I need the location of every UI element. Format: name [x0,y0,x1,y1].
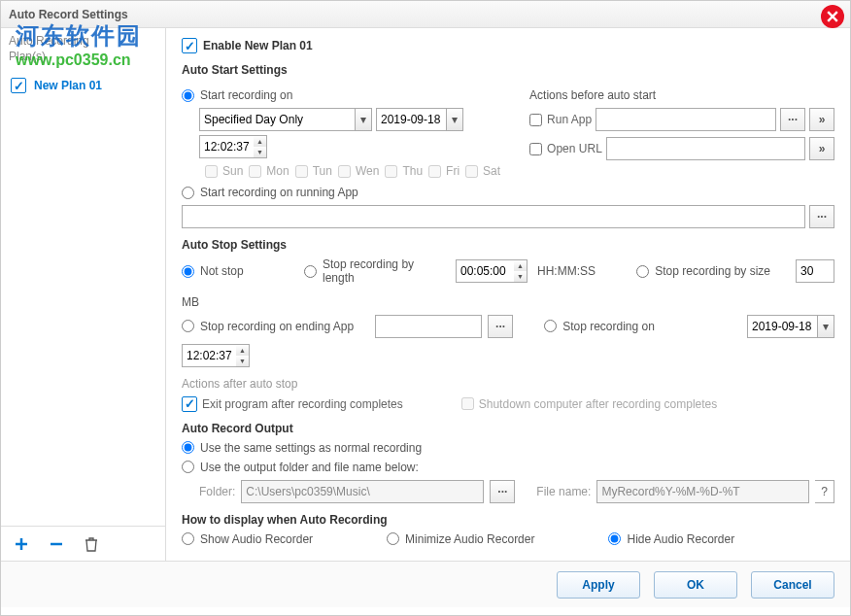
browse-ending-app-button[interactable]: ··· [488,315,513,338]
hide-recorder-radio[interactable]: Hide Audio Recorder [608,532,734,546]
sidebar: Auto Recording Plan(s) New Plan 01 [1,28,166,561]
add-plan-button[interactable] [13,535,30,553]
chevron-down-icon[interactable]: ▾ [355,108,372,131]
folder-input[interactable] [241,480,484,503]
window-title: Auto Record Settings [9,8,128,21]
chevron-down-icon[interactable]: ▾ [817,315,834,338]
titlebar: Auto Record Settings [1,1,850,28]
file-label: File name: [536,485,591,498]
actions-before-title: Actions before auto start [529,88,656,102]
day-wen[interactable]: Wen [338,164,379,178]
browse-running-app-button[interactable]: ··· [809,205,834,228]
show-recorder-radio[interactable]: Show Audio Recorder [182,532,313,546]
display-title: How to display when Auto Recording [182,513,834,527]
content-panel: Enable New Plan 01 Auto Start Settings S… [166,28,850,561]
actions-after-title: Actions after auto stop [182,377,297,391]
start-on-app-radio[interactable]: Start recording on running App [182,186,358,199]
stop-by-size-radio[interactable]: Stop recording by size [636,264,770,278]
shutdown-checkbox[interactable]: Shutdown computer after recording comple… [461,397,717,411]
footer: Apply OK Cancel [1,561,850,607]
sidebar-tools [1,526,165,561]
output-title: Auto Record Output [182,422,834,435]
day-thu[interactable]: Thu [385,164,423,178]
day-tun[interactable]: Tun [295,164,332,178]
stop-time-input[interactable]: ▲▼ [182,344,250,367]
minimize-recorder-radio[interactable]: Minimize Audio Recorder [387,532,534,546]
time-spinner[interactable]: ▲▼ [254,135,267,158]
chevron-down-icon[interactable]: ▾ [446,108,463,131]
exit-after-checkbox[interactable]: Exit program after recording completes [182,396,403,412]
delete-plan-button[interactable] [83,535,100,553]
size-unit: MB [182,295,199,309]
plan-name: New Plan 01 [34,79,102,92]
days-row: Sun Mon Tun Wen Thu Fri Sat [205,164,500,178]
length-spinner[interactable]: ▲▼ [514,259,528,283]
browse-app-button[interactable]: ··· [780,108,805,131]
auto-start-title: Auto Start Settings [182,63,834,77]
stop-on-ending-app-radio[interactable]: Stop recording on ending App [182,320,354,333]
day-sun[interactable]: Sun [205,164,243,178]
stop-on-date-radio[interactable]: Stop recording on [544,320,655,333]
run-app-checkbox[interactable]: Run App [529,113,592,126]
not-stop-radio[interactable]: Not stop [182,264,279,278]
auto-stop-title: Auto Stop Settings [182,238,834,252]
open-url-checkbox[interactable]: Open URL [529,142,602,155]
schedule-mode-select[interactable]: ▾ [199,108,372,131]
running-app-input[interactable] [182,205,805,228]
custom-output-radio[interactable]: Use the output folder and file name belo… [182,461,419,474]
filename-help-button[interactable]: ? [815,480,834,503]
run-app-input[interactable] [596,108,776,131]
stop-by-length-radio[interactable]: Stop recording by length [304,257,430,286]
remove-plan-button[interactable] [48,535,65,553]
folder-label: Folder: [199,485,235,498]
more-url-button[interactable]: » [809,137,834,160]
apply-button[interactable]: Apply [557,571,640,599]
day-sat[interactable]: Sat [465,164,500,178]
ok-button[interactable]: OK [654,571,737,599]
enable-row: Enable New Plan 01 [182,38,834,53]
browse-folder-button[interactable]: ··· [490,480,515,503]
start-recording-on-radio[interactable]: Start recording on [182,88,292,102]
plan-checkbox[interactable] [11,78,26,93]
stop-time-spinner[interactable]: ▲▼ [236,344,250,367]
sidebar-header: Auto Recording Plan(s) [1,28,165,70]
close-icon [827,11,838,22]
ending-app-input[interactable] [375,315,482,338]
cancel-button[interactable]: Cancel [751,571,834,599]
stop-date-input[interactable]: ▾ [747,315,834,338]
more-app-button[interactable]: » [809,108,834,131]
plan-item[interactable]: New Plan 01 [1,70,165,101]
same-settings-radio[interactable]: Use the same settings as normal recordin… [182,441,422,455]
open-url-input[interactable] [606,137,805,160]
start-time-input[interactable]: ▲▼ [199,135,267,158]
close-button[interactable] [821,5,844,28]
filename-input[interactable] [596,480,809,503]
size-input[interactable] [796,259,834,283]
day-fri[interactable]: Fri [428,164,460,178]
enable-checkbox[interactable] [182,38,197,53]
day-mon[interactable]: Mon [249,164,289,178]
start-date-input[interactable]: ▾ [376,108,463,131]
length-input[interactable]: ▲▼ [456,259,528,283]
enable-label: Enable New Plan 01 [203,39,313,52]
length-hint: HH:MM:SS [537,264,596,278]
